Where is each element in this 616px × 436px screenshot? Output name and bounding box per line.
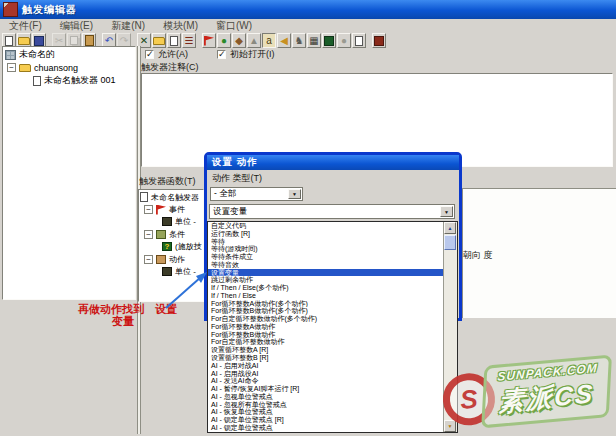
special-button[interactable] bbox=[372, 33, 386, 48]
watermark: S SUNPACK.COM 素派CS bbox=[440, 351, 616, 436]
menu-item-window[interactable]: 窗口(W) bbox=[207, 19, 261, 33]
collapse-minus-icon[interactable]: − bbox=[7, 63, 16, 72]
trigger-tree: 未命名的−chuansong未命名触发器 001 bbox=[5, 48, 133, 87]
allow-checkbox-box[interactable] bbox=[145, 50, 154, 59]
category-folder-button[interactable] bbox=[152, 33, 166, 48]
tree-row[interactable]: (施放技 bbox=[140, 241, 204, 253]
unit-orb-icon: ● bbox=[221, 36, 227, 46]
tree-row[interactable]: 未命名触发器 bbox=[140, 191, 204, 203]
tree-row-label: 动作 bbox=[169, 254, 185, 265]
action-list-item[interactable]: 运行函数 [R] bbox=[208, 230, 457, 238]
tree-row[interactable]: 单位 - bbox=[140, 216, 204, 228]
action-list-item[interactable]: 等待音效 bbox=[208, 261, 457, 269]
scrollbar-thumb[interactable] bbox=[444, 235, 456, 250]
action-list-item[interactable]: 自定义代码 bbox=[208, 222, 457, 230]
action-list-item[interactable]: AI - 启用对战AI bbox=[208, 362, 457, 370]
text-a-button[interactable]: a bbox=[262, 33, 276, 48]
menu-item-new[interactable]: 新建(N) bbox=[102, 19, 154, 33]
tree-row[interactable]: 未命名的 bbox=[5, 48, 133, 61]
rock-button[interactable]: ● bbox=[337, 33, 351, 48]
tree-row[interactable]: −条件 bbox=[140, 228, 204, 240]
action-icon bbox=[156, 255, 166, 264]
action-list-item[interactable]: AI - 忽视所有单位警戒点 bbox=[208, 401, 457, 409]
collapse-minus-icon[interactable]: − bbox=[144, 230, 153, 239]
region-button[interactable] bbox=[322, 33, 336, 48]
action-list-item[interactable]: For自定循环整数做动作 bbox=[208, 338, 457, 346]
tree-row-label: (施放技 bbox=[175, 241, 202, 252]
ability-icon bbox=[162, 242, 172, 251]
action-list-item[interactable]: For循环整数B做动作(多个动作) bbox=[208, 307, 457, 315]
hero-button[interactable]: ♞ bbox=[292, 33, 306, 48]
action-list-item[interactable]: For循环整数A做动作(多个动作) bbox=[208, 300, 457, 308]
tree-row-label: 单位 - bbox=[175, 216, 196, 227]
tree-row-label: 条件 bbox=[169, 229, 185, 240]
menu-item-file[interactable]: 文件(F) bbox=[0, 19, 51, 33]
scrollbar-up-icon[interactable] bbox=[444, 222, 456, 234]
tree-row-label: 未命名的 bbox=[19, 48, 55, 61]
action-list-item[interactable]: AI - 锁定单位警戒点 bbox=[208, 424, 457, 432]
action-list-item[interactable]: For循环整数B做动作 bbox=[208, 331, 457, 339]
action-combobox[interactable]: 设置变量 bbox=[209, 204, 455, 219]
action-list-item[interactable]: 等待(游戏时间) bbox=[208, 245, 457, 253]
export-button[interactable] bbox=[352, 33, 366, 48]
action-list-item[interactable]: AI - 启用战役AI bbox=[208, 370, 457, 378]
initially-on-checkbox-box[interactable] bbox=[217, 50, 226, 59]
tree-row[interactable]: 单位 - bbox=[140, 265, 204, 277]
action-list-item[interactable]: 等待条件成立 bbox=[208, 253, 457, 261]
new-page-icon bbox=[170, 36, 178, 46]
region-icon bbox=[324, 36, 334, 46]
action-type-dropdown-arrow-icon[interactable] bbox=[288, 189, 301, 199]
special-icon bbox=[374, 36, 384, 46]
camera-button[interactable]: ▦ bbox=[307, 33, 321, 48]
action-list-item[interactable]: AI - 锁定单位警戒点 [R] bbox=[208, 416, 457, 424]
action-list-item[interactable]: 设置变量 bbox=[208, 269, 457, 277]
redo-icon: ↷ bbox=[120, 36, 128, 46]
tree-row[interactable]: −动作 bbox=[140, 253, 204, 265]
event-flag-button[interactable] bbox=[202, 33, 216, 48]
action-dropdown-arrow-icon[interactable] bbox=[440, 206, 453, 217]
event-flag-icon bbox=[156, 205, 166, 215]
unit-icon bbox=[162, 217, 172, 226]
condition-icon bbox=[156, 230, 166, 239]
copy-icon bbox=[70, 36, 78, 45]
menu-item-module[interactable]: 模块(M) bbox=[154, 19, 207, 33]
rock-icon: ● bbox=[341, 36, 347, 46]
camera-icon: ▦ bbox=[309, 36, 318, 46]
sound-button[interactable]: ◀ bbox=[277, 33, 291, 48]
action-list-item[interactable]: 跳过剩余动作 bbox=[208, 276, 457, 284]
action-list-item[interactable]: 设置循环整数A [R] bbox=[208, 346, 457, 354]
unit-orb-button[interactable]: ● bbox=[217, 33, 231, 48]
action-list-item[interactable]: AI - 发送AI命令 bbox=[208, 377, 457, 385]
new-page-button[interactable] bbox=[167, 33, 181, 48]
trigger-functions-tree: 未命名触发器−事件单位 -−条件(施放技−动作单位 - bbox=[140, 191, 204, 301]
terrain-button[interactable]: ▲ bbox=[247, 33, 261, 48]
action-list-item[interactable]: 设置循环整数B [R] bbox=[208, 354, 457, 362]
action-dropdown-list: 自定义代码运行函数 [R]等待等待(游戏时间)等待条件成立等待音效设置变量跳过剩… bbox=[207, 221, 458, 433]
menu-item-edit[interactable]: 编辑(E) bbox=[51, 19, 102, 33]
action-list-item[interactable]: If / Then / Else(多个动作) bbox=[208, 284, 457, 292]
action-list-item[interactable]: AI - 恢复单位警戒点 bbox=[208, 408, 457, 416]
action-list-item[interactable]: For自定循环整数做动作(多个动作) bbox=[208, 315, 457, 323]
open-folder-icon bbox=[18, 37, 30, 45]
initially-on-checkbox[interactable]: 初始打开(I) bbox=[217, 48, 275, 61]
action-list-item[interactable]: For循环整数A做动作 bbox=[208, 323, 457, 331]
document-icon bbox=[140, 192, 148, 202]
doodad-button[interactable]: ◆ bbox=[232, 33, 246, 48]
action-type-combobox[interactable]: - 全部 bbox=[210, 187, 303, 201]
collapse-minus-icon[interactable]: − bbox=[144, 255, 153, 264]
tree-row[interactable]: −事件 bbox=[140, 203, 204, 215]
collapse-minus-icon[interactable]: − bbox=[144, 205, 153, 214]
action-list-item[interactable]: 等待 bbox=[208, 238, 457, 246]
watermark-text-box: SUNPACK.COM 素派CS bbox=[481, 355, 612, 429]
action-list-item[interactable]: AI - 忽视单位警戒点 bbox=[208, 393, 457, 401]
action-list-item[interactable]: AI - 暂停/恢复AI脚本运行 [R] bbox=[208, 385, 457, 393]
open-folder-icon bbox=[19, 64, 31, 72]
action-list-item[interactable]: If / Then / Else bbox=[208, 292, 457, 300]
tree-row[interactable]: −chuansong bbox=[5, 61, 133, 74]
layers-button[interactable]: ☰ bbox=[182, 33, 196, 48]
watermark-logo-letter: S bbox=[459, 383, 479, 415]
set-action-dialog-titlebar[interactable]: 设置 动作 bbox=[207, 155, 459, 170]
allow-checkbox[interactable]: 允许(A) bbox=[145, 48, 188, 61]
terrain-icon: ▲ bbox=[249, 36, 259, 46]
tree-row[interactable]: 未命名触发器 001 bbox=[5, 74, 133, 87]
